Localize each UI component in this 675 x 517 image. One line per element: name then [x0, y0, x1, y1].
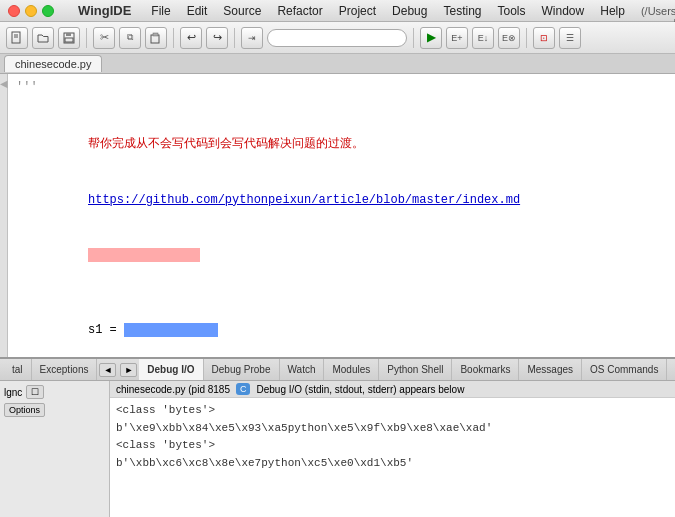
debug-tab-probe[interactable]: Debug Probe [204, 359, 280, 380]
debug-output[interactable]: <class 'bytes'> b'\xe9\xbb\x84\xe5\x93\x… [110, 398, 675, 517]
debug-tab-messages[interactable]: Messages [519, 359, 582, 380]
debug-panel: tal Exceptions ◄ ► Debug I/O Debug Probe… [0, 357, 675, 517]
debug-tab-tal[interactable]: tal [4, 359, 32, 380]
debug-tab-bookmarks[interactable]: Bookmarks [452, 359, 519, 380]
extra-button-1[interactable]: ⊡ [533, 27, 555, 49]
debug-tab-io[interactable]: Debug I/O [139, 359, 203, 380]
separator-5 [526, 28, 527, 48]
s1-assign: s1 = [88, 323, 124, 337]
debug-tab-modules[interactable]: Modules [324, 359, 379, 380]
open-button[interactable] [32, 27, 54, 49]
menu-debug[interactable]: Debug [392, 4, 427, 18]
tab-chinesecode[interactable]: chinesecode.py [4, 55, 102, 72]
run-button[interactable]: ▶ [420, 27, 442, 49]
editor-gutter: ◀ [0, 74, 8, 357]
separator-4 [413, 28, 414, 48]
debug-file-info: chinesecode.py (pid 8185 [116, 384, 230, 395]
debug-panel-body: lgnc ☐ Options chinesecode.py (pid 8185 … [0, 381, 675, 517]
menu-source[interactable]: Source [223, 4, 261, 18]
debug-sidebar: lgnc ☐ Options [0, 381, 110, 517]
close-button[interactable] [8, 5, 20, 17]
separator-3 [234, 28, 235, 48]
svg-rect-4 [66, 33, 71, 36]
indent-button[interactable]: ⇥ [241, 27, 263, 49]
tabbar: chinesecode.py [0, 54, 675, 74]
debug-status: Debug I/O (stdin, stdout, stderr) appear… [256, 384, 464, 395]
menubar: WingIDE File Edit Source Refactor Projec… [0, 0, 675, 22]
menu-edit[interactable]: Edit [187, 4, 208, 18]
menu-testing[interactable]: Testing [443, 4, 481, 18]
toolbar: ✂ ⧉ ↩ ↪ ⇥ ▶ E+ E↓ E⊗ ⊡ ☰ [0, 22, 675, 54]
undo-button[interactable]: ↩ [180, 27, 202, 49]
menu-tools[interactable]: Tools [498, 4, 526, 18]
output-line-1: <class 'bytes'> [116, 402, 669, 420]
options-row: Options [4, 403, 105, 417]
output-line-3: <class 'bytes'> [116, 437, 669, 455]
paste-button[interactable] [145, 27, 167, 49]
copy-button[interactable]: ⧉ [119, 27, 141, 49]
debug-nav-left[interactable]: ◄ [99, 363, 116, 377]
search-input[interactable] [267, 29, 407, 47]
debug-header: chinesecode.py (pid 8185 C Debug I/O (st… [110, 381, 675, 398]
ignore-button[interactable]: ☐ [26, 385, 44, 399]
code-editor[interactable]: ''' 帮你完成从不会写代码到会写代码解决问题的过渡。 https://gith… [8, 74, 675, 357]
step-button[interactable]: E↓ [472, 27, 494, 49]
code-line-5 [16, 228, 667, 284]
debug-pid-badge: C [236, 383, 251, 395]
code-line-3: 帮你完成从不会写代码到会写代码解决问题的过渡。 [16, 115, 667, 172]
options-button[interactable]: Options [4, 403, 45, 417]
separator-1 [86, 28, 87, 48]
maximize-button[interactable] [42, 5, 54, 17]
code-line-1: ''' [16, 78, 667, 97]
save-button[interactable] [58, 27, 80, 49]
github-link: https://github.com/pythonpeixun/article/… [88, 193, 520, 207]
output-line-2: b'\xe9\xbb\x84\xe5\x93\xa5python\xe5\x9f… [116, 420, 669, 438]
ignore-label: lgnc [4, 387, 22, 398]
stop-button[interactable]: E⊗ [498, 27, 520, 49]
chinese-comment: 帮你完成从不会写代码到会写代码解决问题的过渡。 [88, 136, 364, 150]
redo-button[interactable]: ↪ [206, 27, 228, 49]
debug-output-area: chinesecode.py (pid 8185 C Debug I/O (st… [110, 381, 675, 517]
new-button[interactable] [6, 27, 28, 49]
app-window: WingIDE File Edit Source Refactor Projec… [0, 0, 675, 517]
menu-project[interactable]: Project [339, 4, 376, 18]
app-logo: WingIDE [78, 3, 131, 18]
debug-button[interactable]: E+ [446, 27, 468, 49]
debug-tab-watch[interactable]: Watch [280, 359, 325, 380]
editor-area: ◀ ''' 帮你完成从不会写代码到会写代码解决问题的过渡。 https://gi… [0, 74, 675, 357]
svg-rect-7 [153, 33, 158, 36]
debug-tab-os[interactable]: OS Commands [582, 359, 667, 380]
code-line-2 [16, 97, 667, 116]
traffic-lights [8, 5, 54, 17]
code-line-7: s1 = [16, 302, 667, 357]
menu-file[interactable]: File [151, 4, 170, 18]
output-line-4: b'\xbb\xc6\xc8\x8e\xe7python\xc5\xe0\xd1… [116, 455, 669, 473]
debug-tab-exceptions[interactable]: Exceptions [32, 359, 98, 380]
menu-refactor[interactable]: Refactor [277, 4, 322, 18]
ignore-row: lgnc ☐ [4, 385, 105, 399]
minimize-button[interactable] [25, 5, 37, 17]
extra-button-2[interactable]: ☰ [559, 27, 581, 49]
menu-window[interactable]: Window [542, 4, 585, 18]
debug-tab-shell[interactable]: Python Shell [379, 359, 452, 380]
code-line-4: https://github.com/pythonpeixun/article/… [16, 172, 667, 228]
svg-rect-5 [65, 38, 73, 42]
cut-button[interactable]: ✂ [93, 27, 115, 49]
debug-nav-right[interactable]: ► [120, 363, 137, 377]
debug-tabbar: tal Exceptions ◄ ► Debug I/O Debug Probe… [0, 359, 675, 381]
separator-2 [173, 28, 174, 48]
menu-help[interactable]: Help [600, 4, 625, 18]
code-line-6 [16, 284, 667, 303]
